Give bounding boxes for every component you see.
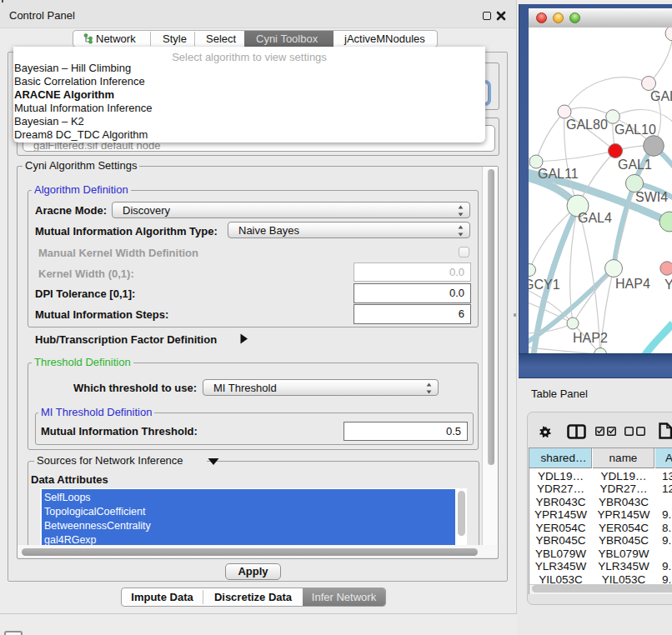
svg-text:GAL10: GAL10	[614, 122, 656, 137]
svg-text:GCY1: GCY1	[529, 278, 560, 292]
svg-text:SWI4: SWI4	[635, 190, 668, 204]
svg-text:HAP4: HAP4	[615, 277, 650, 291]
svg-text:HAP2: HAP2	[573, 331, 608, 345]
svg-text:GAL1: GAL1	[618, 158, 652, 172]
svg-text:Y: Y	[664, 278, 672, 292]
svg-text:GAL: GAL	[650, 89, 672, 103]
svg-text:GAL80: GAL80	[566, 118, 608, 132]
svg-text:GAL11: GAL11	[538, 167, 579, 181]
svg-text:GAL4: GAL4	[578, 211, 612, 225]
